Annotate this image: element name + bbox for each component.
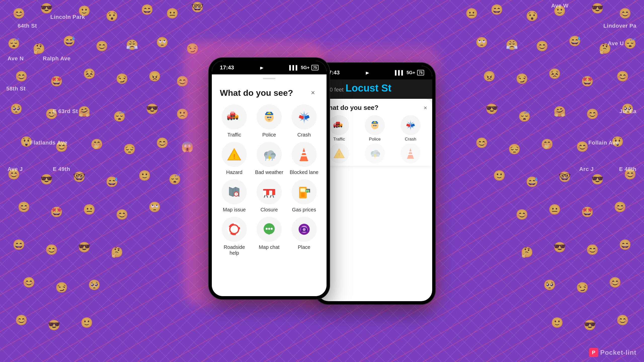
svg-rect-117	[407, 158, 414, 159]
police-label: Police	[262, 132, 276, 138]
report-item-hazard[interactable]: ! Hazard	[219, 142, 250, 175]
svg-line-41	[265, 159, 266, 161]
svg-text:!: !	[236, 193, 237, 196]
svg-point-83	[336, 126, 338, 128]
svg-line-57	[267, 195, 268, 198]
svg-rect-116	[408, 154, 413, 155]
report-item-map-issue[interactable]: ! Map issue	[219, 179, 250, 213]
svg-rect-115	[408, 151, 413, 152]
report-header-left: What do you see? ×	[212, 80, 327, 102]
signal-bars-right: ▌▌▌	[395, 70, 405, 75]
phone-left-screen: 17:43 ▶ ▌▌▌ 5G+ 75 What do you see?	[212, 61, 327, 296]
pl-icon: P	[589, 348, 598, 357]
blocked-lane-label: Blocked lane	[290, 169, 318, 175]
svg-line-59	[273, 195, 274, 198]
svg-point-71	[266, 228, 268, 230]
bad-weather-label: Bad weather	[255, 169, 283, 175]
report-item-crash[interactable]: Crash	[289, 104, 319, 138]
report-panel-title: What do you see?	[323, 104, 378, 112]
svg-point-86	[338, 126, 340, 127]
network-type-left: 5G+	[301, 65, 310, 70]
place-label: Place	[298, 244, 310, 250]
report-item-closure[interactable]: Closure	[254, 179, 285, 213]
report-item-police[interactable]: Police	[254, 104, 285, 138]
panel-blocked-circle	[400, 143, 421, 163]
svg-rect-45	[301, 155, 307, 156]
map-issue-label: Map issue	[223, 207, 246, 213]
panel-item-police[interactable]: Police	[358, 115, 391, 142]
panel-item-weather-partial[interactable]	[358, 143, 391, 163]
svg-rect-54	[263, 190, 266, 195]
status-icons-left: ▌▌▌ 5G+ 75	[289, 65, 318, 70]
panel-item-crash[interactable]: Crash	[394, 115, 427, 142]
blocked-lane-icon-circle	[292, 142, 317, 167]
report-panel-partial-row: !	[323, 143, 427, 166]
report-item-traffic[interactable]: Traffic	[219, 104, 250, 138]
report-panel-right: What do you see? ×	[317, 99, 432, 166]
svg-point-79	[306, 227, 307, 228]
place-icon-circle	[292, 217, 317, 242]
phone-left: 17:43 ▶ ▌▌▌ 5G+ 75 What do you see?	[209, 58, 330, 299]
svg-text:!: !	[338, 152, 340, 158]
police-icon-circle	[257, 104, 282, 129]
svg-rect-60	[263, 189, 275, 191]
watermark: P Pocket-lint	[589, 348, 636, 357]
svg-rect-66	[301, 193, 305, 197]
panel-hazard-circle: !	[329, 143, 349, 163]
svg-point-90	[338, 124, 340, 125]
report-modal-left: What do you see? ×	[212, 74, 327, 296]
svg-rect-55	[269, 190, 272, 195]
traffic-icon-circle	[222, 104, 247, 129]
phone-left-notch	[249, 58, 289, 67]
watermark-text: Pocket-lint	[600, 349, 636, 356]
panel-traffic-circle	[329, 115, 349, 135]
crash-label: Crash	[297, 132, 311, 138]
report-item-blocked-lane[interactable]: Blocked lane	[289, 142, 319, 175]
svg-marker-43	[300, 148, 308, 160]
gas-prices-label: Gas prices	[292, 207, 316, 213]
network-type-right: 5G+	[407, 70, 415, 75]
signal-bars-left: ▌▌▌	[289, 65, 299, 70]
report-item-bad-weather[interactable]: Bad weather	[254, 142, 285, 175]
svg-rect-100	[373, 125, 375, 126]
handle-bar	[263, 78, 275, 79]
svg-rect-46	[300, 160, 308, 161]
svg-point-78	[303, 228, 306, 231]
map-issue-icon-circle: !	[222, 179, 247, 204]
close-button-left[interactable]: ×	[307, 87, 318, 98]
gas-prices-icon-circle: $	[292, 179, 317, 204]
svg-line-56	[264, 195, 265, 198]
bad-weather-icon-circle	[257, 142, 282, 167]
svg-rect-13	[231, 112, 234, 114]
panel-weather-circle	[365, 143, 385, 163]
report-panel-header: What do you see? ×	[323, 104, 427, 112]
status-time-left: 17:43	[220, 64, 234, 71]
svg-marker-114	[408, 148, 414, 158]
phone-right: 17:43 ▶ ▌▌▌ 5G+ 75 250 feet Locust St	[314, 63, 435, 304]
report-item-map-chat[interactable]: Map chat	[254, 217, 285, 256]
svg-rect-101	[375, 125, 377, 126]
map-chat-label: Map chat	[259, 244, 279, 250]
svg-point-17	[233, 116, 234, 117]
svg-point-72	[268, 228, 270, 230]
panel-item-blocked-partial[interactable]	[394, 143, 427, 163]
svg-rect-44	[301, 152, 307, 153]
svg-rect-27	[267, 117, 269, 118]
map-chat-icon-circle	[257, 217, 282, 242]
panel-police-label: Police	[369, 137, 381, 142]
close-button-right[interactable]: ×	[424, 104, 427, 111]
svg-point-82	[334, 126, 335, 128]
report-panel-grid: Traffic	[323, 115, 427, 143]
svg-text:$: $	[307, 190, 308, 192]
panel-crash-circle	[400, 115, 421, 135]
panel-police-circle	[365, 115, 385, 135]
nav-header: 250 feet Locust St	[317, 79, 432, 99]
report-item-place[interactable]: Place	[289, 217, 319, 256]
report-item-gas-prices[interactable]: $ Gas prices	[289, 179, 319, 213]
traffic-label: Traffic	[227, 132, 241, 138]
report-title-left: What do you see?	[220, 88, 293, 98]
svg-point-87	[341, 126, 342, 127]
report-item-roadside-help[interactable]: Roadside help	[219, 217, 250, 256]
panel-traffic-label: Traffic	[333, 137, 345, 142]
closure-label: Closure	[261, 207, 278, 213]
